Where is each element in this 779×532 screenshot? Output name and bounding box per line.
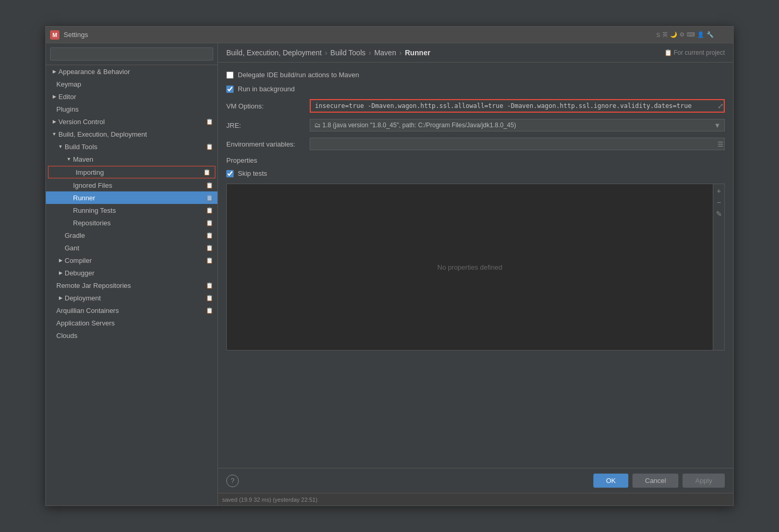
- copy-icon: 📋: [206, 282, 213, 289]
- sidebar-item-deployment[interactable]: ▶ Deployment 📋: [46, 292, 217, 304]
- copy-icon: 📋: [206, 118, 213, 125]
- jre-select-wrap: 🗂 1.8 (java version "1.8.0_45", path: C:…: [310, 119, 725, 131]
- search-box: [46, 43, 217, 65]
- sidebar-item-label: Plugins: [56, 105, 79, 113]
- delegate-checkbox[interactable]: [226, 71, 234, 79]
- sidebar-item-label: Application Servers: [56, 319, 115, 327]
- sidebar-item-editor[interactable]: ▶ Editor: [46, 90, 217, 103]
- sidebar-item-appearance[interactable]: ▶ Appearance & Behavior: [46, 65, 217, 78]
- help-button[interactable]: ?: [226, 475, 239, 487]
- edit-property-button[interactable]: ✎: [714, 209, 724, 219]
- properties-toolbar: + − ✎: [713, 184, 724, 350]
- expand-vm-options-button[interactable]: ⤢: [717, 102, 724, 110]
- for-project-label: 📋 For current project: [664, 49, 725, 56]
- skip-tests-checkbox[interactable]: [226, 170, 234, 177]
- content-area: ▶ Appearance & Behavior Keymap ▶ Editor …: [46, 43, 733, 505]
- sidebar-item-clouds[interactable]: Clouds: [46, 329, 217, 342]
- tray-icon-3: 🌙: [670, 31, 677, 38]
- sidebar-item-label: Keymap: [56, 80, 81, 88]
- sidebar-item-importing[interactable]: Importing 📋: [48, 166, 215, 178]
- sidebar-item-label: Deployment: [65, 294, 101, 302]
- close-button[interactable]: ✕: [718, 30, 729, 40]
- vm-options-input[interactable]: [310, 99, 725, 113]
- breadcrumb-part-3: Maven: [374, 49, 396, 57]
- settings-dialog: M Settings S 英 🌙 ⚙ ⌨ 👤 🔧 ✕ ▶ Appearance …: [45, 26, 734, 506]
- vm-options-label: VM Options:: [226, 102, 310, 110]
- sidebar-item-debugger[interactable]: ▶ Debugger: [46, 267, 217, 279]
- sidebar-item-label: Maven: [73, 155, 93, 163]
- sidebar-item-keymap[interactable]: Keymap: [46, 78, 217, 90]
- sidebar-item-build-tools[interactable]: ▼ Build Tools 📋: [46, 140, 217, 153]
- action-buttons: OK Cancel Apply: [593, 474, 725, 488]
- sidebar-item-label: Editor: [58, 93, 76, 101]
- tray-icon-6: 👤: [697, 31, 704, 38]
- add-property-button[interactable]: +: [714, 186, 724, 196]
- cancel-button[interactable]: Cancel: [632, 474, 678, 488]
- sidebar-item-app-servers[interactable]: Application Servers: [46, 317, 217, 329]
- sidebar-item-label: Repositories: [73, 219, 111, 227]
- remove-property-button[interactable]: −: [714, 198, 724, 207]
- title-bar: M Settings S 英 🌙 ⚙ ⌨ 👤 🔧 ✕: [46, 27, 733, 43]
- skip-tests-label[interactable]: Skip tests: [238, 170, 267, 177]
- arrow-icon: ▶: [50, 92, 58, 101]
- background-label[interactable]: Run in background: [238, 85, 295, 93]
- sidebar-item-build-exec-deploy[interactable]: ▼ Build, Execution, Deployment: [46, 128, 217, 140]
- sidebar-item-maven[interactable]: ▼ Maven: [46, 153, 217, 165]
- sidebar-item-runner[interactable]: Runner 📋: [46, 191, 217, 204]
- sidebar-item-label: Runner: [73, 194, 95, 202]
- copy-icon: 📋: [206, 220, 213, 226]
- jre-select[interactable]: 🗂 1.8 (java version "1.8.0_45", path: C:…: [310, 119, 725, 131]
- sidebar-item-label: Arquillian Containers: [56, 307, 119, 315]
- sidebar-item-label: Debugger: [65, 269, 94, 277]
- bottom-bar: ? OK Cancel Apply: [218, 468, 733, 493]
- arrow-icon: ▶: [56, 294, 65, 302]
- sidebar-item-running-tests[interactable]: Running Tests 📋: [46, 204, 217, 216]
- vm-options-wrap: ⤢: [310, 99, 725, 113]
- sidebar-item-label: Compiler: [65, 257, 92, 264]
- sidebar-item-remote-jar[interactable]: Remote Jar Repositories 📋: [46, 279, 217, 292]
- copy-icon: 📋: [206, 182, 213, 189]
- status-bar: saved (19.9 32 ms) (yesterday 22:51): [218, 493, 733, 505]
- sidebar-item-label: Running Tests: [73, 207, 116, 214]
- sidebar-item-gant[interactable]: Gant 📋: [46, 241, 217, 254]
- sidebar-item-label: Version Control: [58, 118, 105, 126]
- sidebar-item-label: Build Tools: [65, 143, 98, 151]
- background-checkbox[interactable]: [226, 86, 234, 93]
- arrow-icon: ▼: [65, 155, 73, 163]
- settings-area: Delegate IDE build/run actions to Maven …: [218, 63, 733, 468]
- sidebar-item-label: Appearance & Behavior: [58, 68, 130, 76]
- env-vars-browse-button[interactable]: ☰: [717, 140, 724, 148]
- apply-button[interactable]: Apply: [683, 474, 725, 488]
- arrow-icon: ▶: [56, 256, 65, 264]
- sidebar-item-label: Ignored Files: [73, 182, 112, 189]
- breadcrumb: Build, Execution, Deployment › Build Too…: [226, 49, 430, 57]
- sidebar-item-label: Gant: [65, 244, 79, 252]
- breadcrumb-bar: Build, Execution, Deployment › Build Too…: [218, 43, 733, 63]
- copy-icon: 📋: [206, 257, 213, 264]
- delegate-label[interactable]: Delegate IDE build/run actions to Maven: [238, 71, 359, 79]
- tray-icon-5: ⌨: [687, 31, 695, 38]
- copy-icon: 📋: [206, 307, 213, 314]
- breadcrumb-sep-1: ›: [325, 49, 327, 57]
- sidebar-item-label: Clouds: [56, 332, 77, 340]
- sidebar-item-compiler[interactable]: ▶ Compiler 📋: [46, 254, 217, 267]
- ok-button[interactable]: OK: [593, 474, 628, 488]
- vm-options-row: VM Options: ⤢: [226, 99, 725, 113]
- sidebar-item-arquillian[interactable]: Arquillian Containers 📋: [46, 304, 217, 317]
- sidebar-item-ignored-files[interactable]: Ignored Files 📋: [46, 179, 217, 191]
- sidebar-item-version-control[interactable]: ▶ Version Control 📋: [46, 115, 217, 128]
- tray-icon-4: ⚙: [679, 31, 685, 38]
- sidebar-item-gradle[interactable]: Gradle 📋: [46, 229, 217, 241]
- arrow-icon: ▼: [50, 130, 58, 138]
- copy-icon: 📋: [206, 232, 213, 239]
- tray-icon-2: 英: [662, 31, 668, 39]
- sidebar-item-plugins[interactable]: Plugins: [46, 103, 217, 115]
- breadcrumb-part-4: Runner: [405, 49, 430, 57]
- sidebar-item-repositories[interactable]: Repositories 📋: [46, 216, 217, 229]
- breadcrumb-sep-3: ›: [399, 49, 402, 57]
- properties-area: No properties defined + − ✎: [226, 184, 725, 350]
- arrow-icon: ▶: [56, 269, 65, 277]
- properties-section: Properties Skip tests No properties defi…: [226, 156, 725, 350]
- search-input[interactable]: [50, 47, 213, 61]
- env-vars-input[interactable]: [310, 138, 725, 150]
